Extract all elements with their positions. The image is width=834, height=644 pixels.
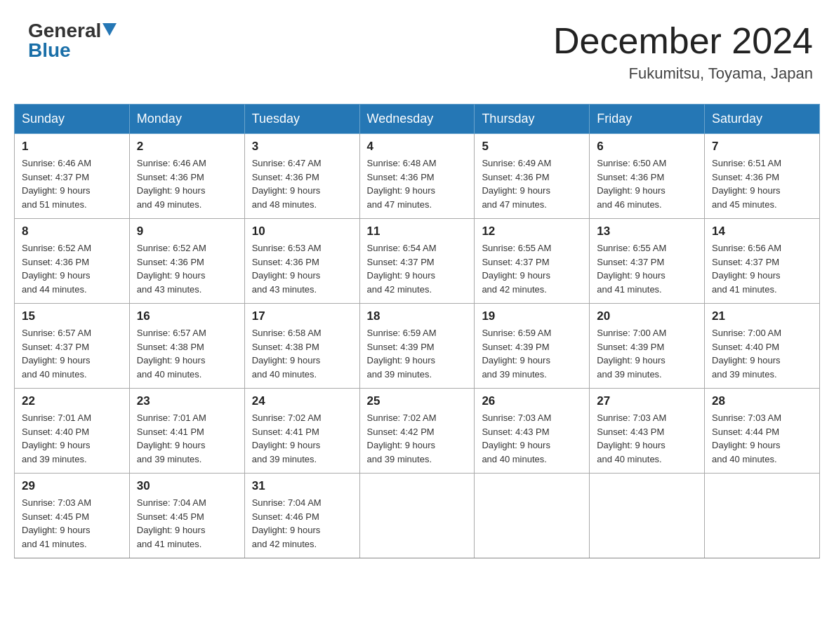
day-info: Sunrise: 6:57 AM Sunset: 4:37 PM Dayligh… [22, 326, 122, 381]
day-number: 20 [597, 309, 697, 323]
day-number: 24 [252, 394, 352, 408]
table-row: 7 Sunrise: 6:51 AM Sunset: 4:36 PM Dayli… [705, 134, 820, 219]
table-row: 5 Sunrise: 6:49 AM Sunset: 4:36 PM Dayli… [475, 134, 590, 219]
day-number: 4 [367, 140, 468, 154]
table-row: 27 Sunrise: 7:03 AM Sunset: 4:43 PM Dayl… [590, 389, 705, 474]
table-row: 11 Sunrise: 6:54 AM Sunset: 4:37 PM Dayl… [359, 219, 475, 304]
svg-marker-0 [102, 23, 117, 36]
table-row: 17 Sunrise: 6:58 AM Sunset: 4:38 PM Dayl… [244, 304, 359, 389]
table-row: 12 Sunrise: 6:55 AM Sunset: 4:37 PM Dayl… [475, 219, 590, 304]
day-info: Sunrise: 7:03 AM Sunset: 4:43 PM Dayligh… [482, 411, 582, 466]
day-info: Sunrise: 7:00 AM Sunset: 4:39 PM Dayligh… [597, 326, 697, 381]
table-row: 10 Sunrise: 6:53 AM Sunset: 4:36 PM Dayl… [244, 219, 359, 304]
table-row: 6 Sunrise: 6:50 AM Sunset: 4:36 PM Dayli… [590, 134, 705, 219]
day-info: Sunrise: 6:58 AM Sunset: 4:38 PM Dayligh… [252, 326, 352, 381]
day-info: Sunrise: 7:03 AM Sunset: 4:43 PM Dayligh… [597, 411, 697, 466]
day-number: 17 [252, 309, 352, 323]
day-info: Sunrise: 6:51 AM Sunset: 4:36 PM Dayligh… [712, 156, 812, 211]
table-row: 4 Sunrise: 6:48 AM Sunset: 4:36 PM Dayli… [359, 134, 475, 219]
table-row: 29 Sunrise: 7:03 AM Sunset: 4:45 PM Dayl… [15, 474, 130, 558]
col-thursday: Thursday [475, 105, 590, 134]
day-info: Sunrise: 6:46 AM Sunset: 4:37 PM Dayligh… [22, 156, 122, 211]
calendar-week-4: 22 Sunrise: 7:01 AM Sunset: 4:40 PM Dayl… [15, 389, 820, 474]
day-info: Sunrise: 6:48 AM Sunset: 4:36 PM Dayligh… [367, 156, 468, 211]
day-info: Sunrise: 6:54 AM Sunset: 4:37 PM Dayligh… [367, 241, 468, 296]
day-info: Sunrise: 6:50 AM Sunset: 4:36 PM Dayligh… [597, 156, 697, 211]
day-info: Sunrise: 6:49 AM Sunset: 4:36 PM Dayligh… [482, 156, 582, 211]
col-saturday: Saturday [705, 105, 820, 134]
day-number: 10 [252, 224, 352, 239]
calendar-week-2: 8 Sunrise: 6:52 AM Sunset: 4:36 PM Dayli… [15, 219, 820, 304]
day-info: Sunrise: 7:02 AM Sunset: 4:41 PM Dayligh… [252, 411, 352, 466]
table-row [705, 474, 820, 558]
table-row: 9 Sunrise: 6:52 AM Sunset: 4:36 PM Dayli… [129, 219, 244, 304]
table-row: 18 Sunrise: 6:59 AM Sunset: 4:39 PM Dayl… [359, 304, 475, 389]
day-info: Sunrise: 6:56 AM Sunset: 4:37 PM Dayligh… [712, 241, 812, 296]
day-info: Sunrise: 7:04 AM Sunset: 4:45 PM Dayligh… [137, 496, 237, 551]
table-row [359, 474, 475, 558]
day-info: Sunrise: 6:52 AM Sunset: 4:36 PM Dayligh… [22, 241, 122, 296]
day-number: 9 [137, 224, 237, 239]
location-subtitle: Fukumitsu, Toyama, Japan [553, 65, 813, 83]
day-number: 1 [22, 140, 122, 154]
col-tuesday: Tuesday [244, 105, 359, 134]
col-wednesday: Wednesday [359, 105, 475, 134]
col-monday: Monday [129, 105, 244, 134]
day-number: 16 [137, 309, 237, 323]
logo: General Blue [28, 21, 117, 60]
table-row: 25 Sunrise: 7:02 AM Sunset: 4:42 PM Dayl… [359, 389, 475, 474]
page-header: General Blue December 2024 Fukumitsu, To… [14, 14, 820, 90]
table-row: 30 Sunrise: 7:04 AM Sunset: 4:45 PM Dayl… [129, 474, 244, 558]
calendar-header-row: Sunday Monday Tuesday Wednesday Thursday… [15, 105, 820, 134]
logo-blue-text: Blue [28, 41, 71, 60]
day-info: Sunrise: 7:03 AM Sunset: 4:45 PM Dayligh… [22, 496, 122, 551]
table-row: 24 Sunrise: 7:02 AM Sunset: 4:41 PM Dayl… [244, 389, 359, 474]
day-number: 25 [367, 394, 468, 408]
table-row: 21 Sunrise: 7:00 AM Sunset: 4:40 PM Dayl… [705, 304, 820, 389]
day-number: 6 [597, 140, 697, 154]
table-row: 14 Sunrise: 6:56 AM Sunset: 4:37 PM Dayl… [705, 219, 820, 304]
day-number: 15 [22, 309, 122, 323]
calendar-table: Sunday Monday Tuesday Wednesday Thursday… [14, 104, 820, 558]
table-row: 3 Sunrise: 6:47 AM Sunset: 4:36 PM Dayli… [244, 134, 359, 219]
day-number: 30 [137, 479, 237, 493]
day-number: 28 [712, 394, 812, 408]
day-number: 8 [22, 224, 122, 239]
day-info: Sunrise: 7:00 AM Sunset: 4:40 PM Dayligh… [712, 326, 812, 381]
day-number: 19 [482, 309, 582, 323]
day-number: 23 [137, 394, 237, 408]
day-info: Sunrise: 6:55 AM Sunset: 4:37 PM Dayligh… [597, 241, 697, 296]
day-info: Sunrise: 7:01 AM Sunset: 4:40 PM Dayligh… [22, 411, 122, 466]
day-info: Sunrise: 7:03 AM Sunset: 4:44 PM Dayligh… [712, 411, 812, 466]
day-info: Sunrise: 7:04 AM Sunset: 4:46 PM Dayligh… [252, 496, 352, 551]
table-row: 15 Sunrise: 6:57 AM Sunset: 4:37 PM Dayl… [15, 304, 130, 389]
table-row: 31 Sunrise: 7:04 AM Sunset: 4:46 PM Dayl… [244, 474, 359, 558]
day-info: Sunrise: 6:52 AM Sunset: 4:36 PM Dayligh… [137, 241, 237, 296]
col-sunday: Sunday [15, 105, 130, 134]
table-row: 26 Sunrise: 7:03 AM Sunset: 4:43 PM Dayl… [475, 389, 590, 474]
calendar-week-1: 1 Sunrise: 6:46 AM Sunset: 4:37 PM Dayli… [15, 134, 820, 219]
title-section: December 2024 Fukumitsu, Toyama, Japan [553, 21, 813, 83]
table-row: 8 Sunrise: 6:52 AM Sunset: 4:36 PM Dayli… [15, 219, 130, 304]
table-row: 19 Sunrise: 6:59 AM Sunset: 4:39 PM Dayl… [475, 304, 590, 389]
table-row: 13 Sunrise: 6:55 AM Sunset: 4:37 PM Dayl… [590, 219, 705, 304]
table-row [590, 474, 705, 558]
table-row: 1 Sunrise: 6:46 AM Sunset: 4:37 PM Dayli… [15, 134, 130, 219]
logo-general-text: General [28, 21, 101, 41]
calendar-week-5: 29 Sunrise: 7:03 AM Sunset: 4:45 PM Dayl… [15, 474, 820, 558]
day-number: 26 [482, 394, 582, 408]
table-row: 20 Sunrise: 7:00 AM Sunset: 4:39 PM Dayl… [590, 304, 705, 389]
day-number: 14 [712, 224, 812, 239]
day-number: 21 [712, 309, 812, 323]
day-info: Sunrise: 6:59 AM Sunset: 4:39 PM Dayligh… [482, 326, 582, 381]
table-row: 23 Sunrise: 7:01 AM Sunset: 4:41 PM Dayl… [129, 389, 244, 474]
day-number: 18 [367, 309, 468, 323]
day-number: 27 [597, 394, 697, 408]
table-row: 2 Sunrise: 6:46 AM Sunset: 4:36 PM Dayli… [129, 134, 244, 219]
day-info: Sunrise: 6:53 AM Sunset: 4:36 PM Dayligh… [252, 241, 352, 296]
col-friday: Friday [590, 105, 705, 134]
day-number: 7 [712, 140, 812, 154]
day-info: Sunrise: 6:57 AM Sunset: 4:38 PM Dayligh… [137, 326, 237, 381]
day-number: 3 [252, 140, 352, 154]
day-info: Sunrise: 6:55 AM Sunset: 4:37 PM Dayligh… [482, 241, 582, 296]
